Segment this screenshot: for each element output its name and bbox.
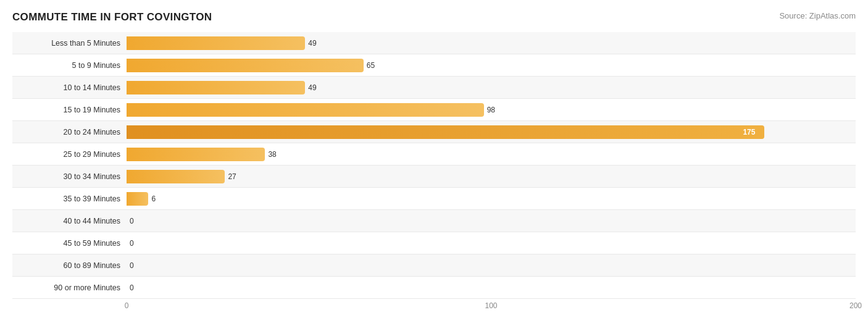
bar-track: 0 bbox=[127, 281, 856, 295]
bar-track: 98 bbox=[127, 103, 856, 117]
bar-row: 25 to 29 Minutes38 bbox=[12, 143, 856, 166]
bar-track: 0 bbox=[127, 214, 856, 228]
bar-row: 10 to 14 Minutes49 bbox=[12, 77, 856, 99]
bar-fill bbox=[127, 103, 484, 117]
bar-fill bbox=[127, 125, 764, 139]
row-label: 60 to 89 Minutes bbox=[12, 261, 127, 270]
bar-row: 90 or more Minutes0 bbox=[12, 277, 856, 299]
row-label: 90 or more Minutes bbox=[12, 283, 127, 292]
bar-track: 27 bbox=[127, 170, 856, 183]
chart-area: Less than 5 Minutes495 to 9 Minutes6510 … bbox=[12, 32, 856, 299]
bar-track: 49 bbox=[127, 36, 856, 50]
bar-value-label: 65 bbox=[367, 61, 375, 70]
row-label: 35 to 39 Minutes bbox=[12, 195, 127, 203]
bar-track: 0 bbox=[127, 237, 856, 250]
row-label: 25 to 29 Minutes bbox=[12, 150, 127, 159]
bar-value-label: 0 bbox=[130, 261, 134, 270]
bar-fill bbox=[127, 59, 364, 72]
bar-track: 38 bbox=[127, 148, 856, 161]
bar-value-label: 0 bbox=[130, 283, 134, 292]
bar-fill bbox=[127, 36, 305, 50]
bar-fill bbox=[127, 148, 265, 161]
bar-value-label: 6 bbox=[151, 195, 156, 203]
row-label: 5 to 9 Minutes bbox=[12, 61, 127, 70]
bar-value-label: 175 bbox=[743, 128, 755, 136]
bar-row: 15 to 19 Minutes98 bbox=[12, 99, 856, 121]
bar-fill bbox=[127, 170, 225, 183]
bar-row: Less than 5 Minutes49 bbox=[12, 32, 856, 54]
bar-value-label: 0 bbox=[130, 217, 134, 225]
bar-track: 49 bbox=[127, 81, 856, 94]
row-label: 20 to 24 Minutes bbox=[12, 128, 127, 136]
bar-row: 45 to 59 Minutes0 bbox=[12, 232, 856, 254]
bar-value-label: 98 bbox=[487, 106, 495, 114]
source-label: Source: ZipAtlas.com bbox=[779, 11, 856, 20]
row-label: 30 to 34 Minutes bbox=[12, 172, 127, 181]
bar-row: 35 to 39 Minutes6 bbox=[12, 188, 856, 210]
bar-row: 5 to 9 Minutes65 bbox=[12, 54, 856, 77]
bar-fill bbox=[127, 192, 148, 206]
bar-track: 0 bbox=[127, 259, 856, 272]
row-label: 10 to 14 Minutes bbox=[12, 83, 127, 92]
row-label: 40 to 44 Minutes bbox=[12, 217, 127, 225]
bar-track: 175 bbox=[127, 125, 856, 139]
row-label: 15 to 19 Minutes bbox=[12, 106, 127, 114]
bar-value-label: 0 bbox=[130, 239, 134, 248]
bar-row: 30 to 34 Minutes27 bbox=[12, 166, 856, 188]
axis-tick: 200 bbox=[849, 301, 862, 310]
bar-row: 60 to 89 Minutes0 bbox=[12, 254, 856, 277]
bar-value-label: 49 bbox=[308, 83, 316, 92]
axis-tick: 0 bbox=[125, 301, 129, 310]
bar-fill bbox=[127, 81, 305, 94]
chart-container: COMMUTE TIME IN FORT COVINGTON Source: Z… bbox=[0, 0, 868, 323]
axis-area: 0100200 bbox=[127, 301, 856, 314]
bar-track: 6 bbox=[127, 192, 856, 206]
row-label: Less than 5 Minutes bbox=[12, 39, 127, 48]
chart-title: COMMUTE TIME IN FORT COVINGTON bbox=[12, 11, 856, 23]
bar-row: 40 to 44 Minutes0 bbox=[12, 210, 856, 232]
bar-row: 20 to 24 Minutes175 bbox=[12, 121, 856, 143]
bar-value-label: 38 bbox=[268, 150, 276, 159]
bar-value-label: 27 bbox=[228, 172, 236, 181]
bar-value-label: 49 bbox=[308, 39, 316, 48]
axis-tick: 100 bbox=[485, 301, 497, 310]
row-label: 45 to 59 Minutes bbox=[12, 239, 127, 248]
bar-track: 65 bbox=[127, 59, 856, 72]
